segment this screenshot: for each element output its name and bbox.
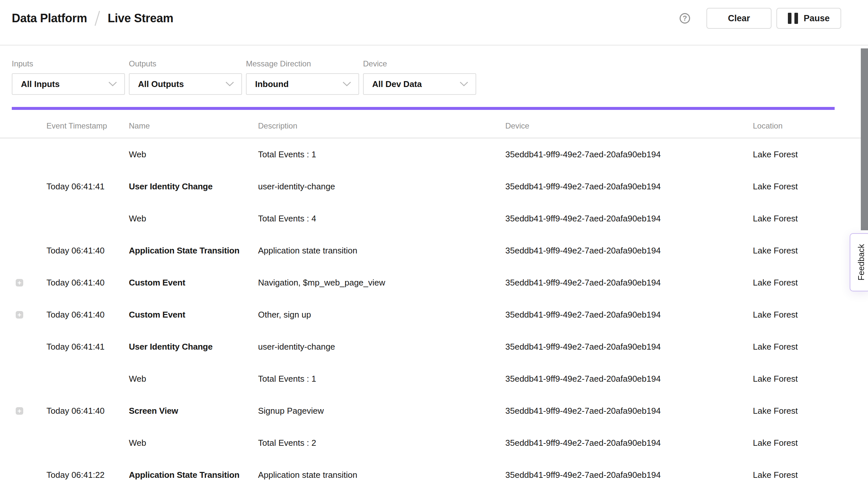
cell-description: user-identity-change: [258, 182, 505, 192]
cell-location: Lake Forest: [753, 438, 868, 448]
table-row: + Web Total Events : 1 35eddb41-9ff9-49e…: [0, 138, 868, 171]
pause-button[interactable]: Pause: [776, 8, 841, 29]
filter-label: Message Direction: [246, 59, 359, 68]
cell-name: User Identity Change: [129, 182, 258, 192]
filter-device: Device All Dev Data: [363, 59, 476, 95]
accent-divider: [12, 107, 835, 110]
cell-device: 35eddb41-9ff9-49e2-7aed-20afa90eb194: [505, 149, 753, 160]
filter-inputs: Inputs All Inputs: [12, 59, 125, 95]
expand-cell: +: [0, 247, 46, 254]
clear-button[interactable]: Clear: [707, 8, 772, 29]
table-row: + Today 06:41:40 Screen View Signup Page…: [0, 395, 868, 427]
table-row: + Today 06:41:22 Application State Trans…: [0, 459, 868, 486]
cell-location: Lake Forest: [753, 182, 868, 192]
expand-cell: +: [0, 439, 46, 447]
table-row: + Today 06:41:40 Custom Event Other, sig…: [0, 299, 868, 331]
expand-cell: +: [0, 311, 46, 318]
table-row: + Today 06:41:40 Application State Trans…: [0, 235, 868, 267]
cell-device: 35eddb41-9ff9-49e2-7aed-20afa90eb194: [505, 278, 753, 288]
cell-description: Total Events : 1: [258, 374, 505, 384]
cell-location: Lake Forest: [753, 214, 868, 224]
cell-description: Total Events : 2: [258, 438, 505, 448]
scrollbar-thumb[interactable]: [861, 49, 868, 230]
filter-dropdown-outputs[interactable]: All Outputs: [129, 73, 242, 95]
cell-location: Lake Forest: [753, 310, 868, 320]
cell-description: Total Events : 1: [258, 149, 505, 160]
cell-location: Lake Forest: [753, 342, 868, 352]
cell-description: Total Events : 4: [258, 214, 505, 224]
filter-selected-value: All Outputs: [138, 79, 184, 89]
cell-event-timestamp: Today 06:41:41: [46, 342, 129, 352]
cell-name: Web: [129, 374, 258, 384]
expand-cell: +: [0, 183, 46, 190]
feedback-tab[interactable]: Feedback: [850, 233, 868, 292]
breadcrumb-live-stream: Live Stream: [107, 11, 173, 25]
cell-description: user-identity-change: [258, 342, 505, 352]
cell-location: Lake Forest: [753, 470, 868, 480]
cell-name: User Identity Change: [129, 342, 258, 352]
table-row: + Web Total Events : 4 35eddb41-9ff9-49e…: [0, 203, 868, 235]
filter-outputs: Outputs All Outputs: [129, 59, 242, 95]
pause-icon: [788, 13, 798, 24]
expand-cell: +: [0, 215, 46, 222]
column-header-location: Location: [753, 121, 868, 130]
table-row: + Web Total Events : 1 35eddb41-9ff9-49e…: [0, 363, 868, 395]
cell-event-timestamp: Today 06:41:40: [46, 310, 129, 320]
expand-plus-icon[interactable]: +: [16, 407, 23, 415]
cell-device: 35eddb41-9ff9-49e2-7aed-20afa90eb194: [505, 374, 753, 384]
table-row: + Today 06:41:41 User Identity Change us…: [0, 171, 868, 203]
cell-device: 35eddb41-9ff9-49e2-7aed-20afa90eb194: [505, 470, 753, 480]
filter-dropdown-inputs[interactable]: All Inputs: [12, 73, 125, 95]
cell-description: Navigation, $mp_web_page_view: [258, 278, 505, 288]
cell-device: 35eddb41-9ff9-49e2-7aed-20afa90eb194: [505, 438, 753, 448]
filter-label: Device: [363, 59, 476, 68]
filters-bar: Inputs All Inputs Outputs All Outputs Me…: [0, 45, 868, 95]
filter-dropdown-device[interactable]: All Dev Data: [363, 73, 476, 95]
cell-name: Application State Transition: [129, 246, 258, 256]
cell-description: Other, sign up: [258, 310, 505, 320]
expand-plus-icon[interactable]: +: [16, 279, 23, 286]
top-bar: Data Platform Live Stream ? Clear Pause: [0, 0, 868, 45]
chevron-down-icon: [460, 82, 468, 87]
filter-message-direction: Message Direction Inbound: [246, 59, 359, 95]
chevron-down-icon: [108, 82, 117, 87]
expand-cell: +: [0, 471, 46, 479]
cell-name: Screen View: [129, 406, 258, 416]
column-header-description: Description: [258, 121, 505, 130]
cell-event-timestamp: Today 06:41:41: [46, 182, 129, 192]
cell-description: Application state transition: [258, 246, 505, 256]
filter-label: Inputs: [12, 59, 125, 68]
cell-name: Web: [129, 149, 258, 160]
column-header-device: Device: [505, 121, 753, 130]
expand-cell: +: [0, 279, 46, 286]
chevron-down-icon: [225, 82, 234, 87]
column-header-event-timestamp: Event Timestamp: [46, 121, 129, 130]
expand-plus-icon[interactable]: +: [16, 311, 23, 318]
filter-selected-value: All Inputs: [21, 79, 60, 89]
cell-name: Custom Event: [129, 278, 258, 288]
cell-device: 35eddb41-9ff9-49e2-7aed-20afa90eb194: [505, 214, 753, 224]
breadcrumb: Data Platform Live Stream: [12, 8, 173, 29]
help-icon[interactable]: ?: [680, 13, 690, 24]
toolbar: ? Clear Pause: [680, 8, 841, 29]
cell-name: Application State Transition: [129, 470, 258, 480]
expand-cell: +: [0, 375, 46, 383]
breadcrumb-data-platform[interactable]: Data Platform: [12, 11, 87, 25]
cell-event-timestamp: Today 06:41:40: [46, 406, 129, 416]
expand-cell: +: [0, 151, 46, 158]
filter-dropdown-message-direction[interactable]: Inbound: [246, 73, 359, 95]
cell-description: Application state transition: [258, 470, 505, 480]
cell-device: 35eddb41-9ff9-49e2-7aed-20afa90eb194: [505, 310, 753, 320]
table-row: + Web Total Events : 2 35eddb41-9ff9-49e…: [0, 427, 868, 459]
feedback-label: Feedback: [855, 244, 866, 280]
breadcrumb-separator-icon: [95, 11, 100, 26]
cell-device: 35eddb41-9ff9-49e2-7aed-20afa90eb194: [505, 406, 753, 416]
cell-event-timestamp: Today 06:41:40: [46, 246, 129, 256]
expand-cell: +: [0, 343, 46, 351]
column-header-name: Name: [129, 121, 258, 130]
cell-device: 35eddb41-9ff9-49e2-7aed-20afa90eb194: [505, 246, 753, 256]
pause-label: Pause: [804, 13, 830, 24]
cell-name: Web: [129, 438, 258, 448]
cell-name: Web: [129, 214, 258, 224]
cell-description: Signup Pageview: [258, 406, 505, 416]
